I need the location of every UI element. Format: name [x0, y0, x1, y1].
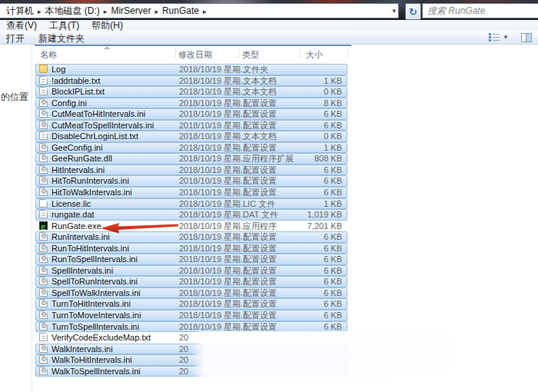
refresh-icon: ↻: [409, 6, 417, 18]
breadcrumb-arrow-icon[interactable]: ▸: [101, 8, 110, 15]
table-row[interactable]: rungate.dat 2018/10/19 星期... DAT 文件 1,01…: [35, 209, 347, 221]
file-type: 配置设置: [243, 277, 277, 287]
file-type: 配置设置: [243, 176, 277, 186]
file-size: 7,201 KB: [307, 221, 342, 231]
explorer-window: { "address": { "segments": ["计算机", "本地磁盘…: [0, 0, 538, 392]
file-size: 6 KB: [324, 176, 342, 186]
file-size: 6 KB: [324, 299, 342, 309]
file-size: 6 KB: [324, 232, 342, 242]
breadcrumb-arrow-icon[interactable]: ▸: [201, 8, 209, 15]
file-type: 配置设置: [243, 165, 277, 175]
table-row[interactable]: VerifyCodeExcludeMap.txt 20: [35, 332, 347, 344]
config-file-icon: [39, 311, 48, 319]
file-name: VerifyCodeExcludeMap.txt: [51, 333, 151, 343]
open-button[interactable]: 打开: [6, 32, 25, 45]
file-name: WalkToHitIntervals.ini: [51, 355, 132, 365]
file-date: 20: [179, 344, 188, 354]
search-input[interactable]: 搜索 RunGate: [422, 3, 538, 18]
breadcrumb-arrow-icon[interactable]: ▸: [152, 8, 161, 15]
table-row[interactable]: RunToSpellIntervals.ini 2018/10/19 星期...…: [35, 254, 347, 265]
table-row[interactable]: TurnToMoveIntervals.ini 2018/10/19 星期...…: [35, 310, 347, 321]
file-size: 6 KB: [324, 288, 342, 298]
file-size: 6 KB: [324, 109, 342, 119]
table-row[interactable]: WalkIntervals.ini 20: [35, 344, 347, 355]
table-row[interactable]: GeeRunGate.dll 2018/10/19 星期... 应用程序扩展 8…: [35, 153, 347, 164]
file-type: 配置设置: [243, 232, 277, 242]
table-row[interactable]: HitIntervals.ini 2018/10/19 星期... 配置设置 6…: [35, 164, 347, 176]
table-row[interactable]: SpellIntervals.ini 2018/10/19 星期... 配置设置…: [35, 265, 347, 277]
sort-ascending-icon: [104, 46, 110, 49]
menu-item[interactable]: 帮助(H): [91, 19, 123, 32]
column-header-name[interactable]: 名称: [40, 49, 57, 61]
file-name: TurnToHitIntervals.ini: [51, 299, 131, 309]
preview-pane-button[interactable]: [521, 33, 532, 42]
table-row[interactable]: TurnToHitIntervals.ini 2018/10/19 星期... …: [35, 298, 347, 310]
config-file-icon: [39, 299, 48, 307]
table-row[interactable]: License.lic 2018/10/19 星期... LIC 文件 1 KB: [35, 198, 347, 210]
red-arrow-annotation: [99, 221, 181, 236]
table-row[interactable]: TurnToSpellIntervals.ini 2018/10/19 星期..…: [35, 321, 347, 333]
address-dropdown-icon[interactable]: ▾: [392, 7, 396, 15]
column-divider[interactable]: [238, 48, 239, 59]
file-type: 配置设置: [243, 244, 277, 254]
blurred-region: [192, 365, 469, 377]
column-divider[interactable]: [300, 48, 301, 59]
column-header-type[interactable]: 类型: [242, 49, 259, 61]
column-divider[interactable]: [347, 48, 348, 59]
file-type: 配置设置: [243, 266, 277, 276]
breadcrumb-segment[interactable]: 计算机: [5, 5, 35, 16]
file-date: 2018/10/19 星期...: [179, 143, 247, 153]
table-row[interactable]: WalkToSpellIntervals.ini 20: [35, 366, 347, 377]
breadcrumb-segment[interactable]: 本地磁盘 (D:): [44, 5, 101, 16]
preview-pane-icon: [526, 34, 531, 42]
file-name: GeeRunGate.dll: [51, 154, 112, 164]
file-name: CutMeatToSpellIntervals.ini: [51, 121, 154, 131]
file-name: HitToRunIntervals.ini: [51, 176, 129, 186]
config-file-icon: [39, 254, 48, 263]
table-row[interactable]: HitToRunIntervals.ini 2018/10/19 星期... 配…: [35, 175, 347, 187]
dll-file-icon: [39, 154, 48, 162]
table-row[interactable]: Log 2018/10/19 星期... 文件夹: [35, 64, 347, 75]
table-row[interactable]: DisableChrLoginList.txt 2018/10/19 星期...…: [35, 131, 347, 142]
table-row[interactable]: !addrtable.txt 2018/10/19 星期... 文本文档 1 K…: [35, 75, 347, 87]
file-name: BlockIPList.txt: [51, 87, 105, 97]
table-row[interactable]: RunIntervals.ini 2018/10/19 星期... 配置设置 6…: [35, 231, 347, 243]
column-divider[interactable]: [175, 48, 176, 59]
table-row[interactable]: SpellToWalkIntervals.ini 2018/10/19 星期..…: [35, 287, 347, 299]
file-type: 配置设置: [243, 109, 277, 119]
table-row[interactable]: BlockIPList.txt 2018/10/19 星期... 文本文档 0 …: [35, 86, 347, 98]
file-name: rungate.dat: [51, 210, 95, 220]
table-row[interactable]: CutMeatToSpellIntervals.ini 2018/10/19 星…: [35, 120, 347, 131]
table-row[interactable]: SpellToRunIntervals.ini 2018/10/19 星期...…: [35, 276, 347, 287]
file-type: 文件夹: [243, 65, 268, 75]
file-date: 2018/10/19 星期...: [179, 221, 247, 231]
config-file-icon: [39, 165, 48, 174]
config-file-icon: [39, 109, 48, 118]
file-type: 配置设置: [243, 288, 277, 298]
menu-item[interactable]: 查看(V): [6, 19, 37, 32]
table-row[interactable]: RunToHitIntervals.ini 2018/10/19 星期... 配…: [35, 243, 347, 254]
table-row[interactable]: GeeConfig.ini 2018/10/19 星期... 配置设置 1 KB: [35, 142, 347, 154]
file-type: 配置设置: [243, 188, 277, 198]
file-date: 2018/10/19 星期...: [179, 299, 247, 309]
table-row[interactable]: RunGate.exe 2018/10/19 星期... 应用程序 7,201 …: [35, 221, 347, 232]
column-header-size[interactable]: 大小: [306, 49, 323, 61]
breadcrumb-segment[interactable]: MirServer: [109, 5, 152, 16]
file-date: 2018/10/19 星期...: [179, 288, 247, 298]
table-row[interactable]: Config.ini 2018/10/19 星期... 配置设置 8 KB: [35, 98, 347, 109]
address-bar[interactable]: 计算机▸本地磁盘 (D:)▸MirServer▸RunGate▸ ▾: [0, 3, 399, 18]
file-size: 6 KB: [324, 188, 342, 198]
table-row[interactable]: HitToWalkIntervals.ini 2018/10/19 星期... …: [35, 187, 347, 198]
breadcrumb-arrow-icon[interactable]: ▸: [35, 8, 44, 15]
refresh-button[interactable]: ↻: [405, 3, 421, 20]
breadcrumb-segment[interactable]: RunGate: [161, 5, 201, 16]
text-file-icon: [39, 131, 48, 140]
file-size: 1 KB: [324, 76, 342, 86]
table-row[interactable]: CutMeatToHitIntervals.ini 2018/10/19 星期.…: [35, 108, 347, 120]
new-folder-button[interactable]: 新建文件夹: [38, 32, 85, 45]
column-header-date[interactable]: 修改日期: [178, 49, 212, 61]
change-view-button[interactable]: ▼: [489, 33, 509, 42]
file-size: 0 KB: [324, 87, 342, 97]
menu-item[interactable]: 工具(T): [49, 19, 79, 32]
table-row[interactable]: WalkToHitIntervals.ini 20: [35, 354, 347, 366]
